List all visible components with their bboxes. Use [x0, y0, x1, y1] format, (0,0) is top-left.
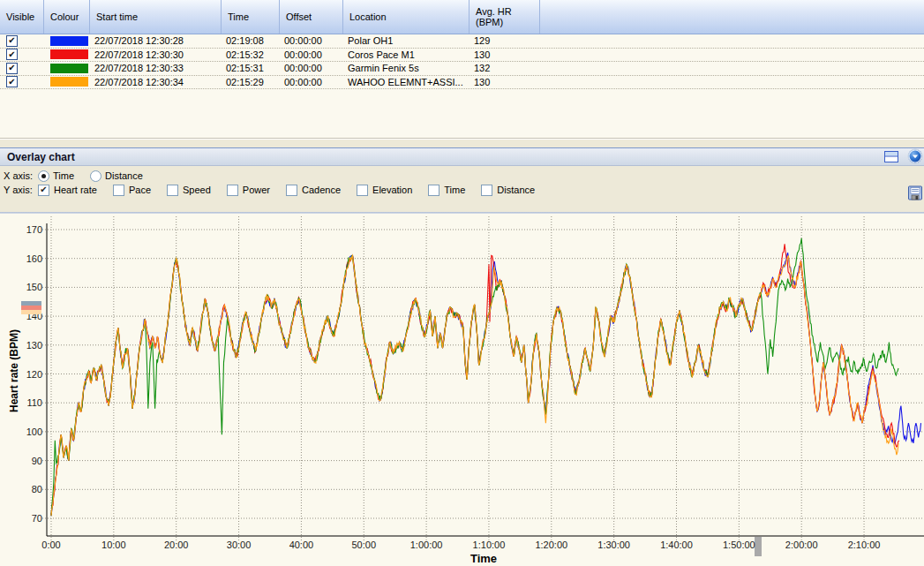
x-tick-label: 30:00: [227, 540, 252, 550]
cell-offset: 00:00:00: [280, 63, 343, 73]
x-tick-label: 1:00:00: [410, 540, 443, 550]
y-tick-label: 110: [18, 397, 42, 408]
x-tick-label: 1:20:00: [535, 540, 567, 550]
table-row[interactable]: ✔22/07/2018 12:30:3302:15:3100:00:00Garm…: [0, 62, 924, 76]
cell-time: 02:15:32: [222, 49, 280, 60]
column-header-time[interactable]: Time: [222, 0, 280, 34]
cell-start_time: 22/07/2018 12:30:33: [90, 63, 222, 73]
y-axis-power-checkbox[interactable]: [227, 185, 238, 196]
table-row[interactable]: ✔22/07/2018 12:30:2802:19:0800:00:00Pola…: [0, 34, 924, 49]
overlay-chart-title: Overlay chart: [7, 151, 75, 163]
table-body: ✔22/07/2018 12:30:2802:19:0800:00:00Pola…: [0, 34, 924, 89]
series-line-coros-pace-m1: [51, 244, 899, 515]
x-tick-label: 1:10:00: [473, 540, 506, 550]
x-tick-label: 1:30:00: [597, 540, 630, 550]
x-axis-option-label: Time: [53, 170, 74, 181]
x-tick-label: 20:00: [164, 540, 189, 550]
series-line-garmin-fenix-5s: [51, 238, 898, 516]
app-window: VisibleColourStart timeTimeOffsetLocatio…: [0, 0, 924, 566]
cell-start_time: 22/07/2018 12:30:30: [90, 49, 222, 60]
x-tick-label: 2:00:00: [785, 540, 818, 550]
column-header-filler: [540, 0, 924, 34]
column-header-avg_hr[interactable]: Avg. HR (BPM): [470, 0, 540, 34]
y-tick-label: 90: [18, 456, 42, 466]
y-axis-option-label: Power: [243, 185, 270, 195]
cell-time: 02:15:31: [222, 63, 280, 73]
table-row[interactable]: ✔22/07/2018 12:30:3002:15:3200:00:00Coro…: [0, 49, 924, 63]
axis-marker-bar: [21, 310, 41, 314]
axis-scrollbar-thumb[interactable]: [755, 537, 762, 556]
y-axis-pace-checkbox[interactable]: [113, 185, 124, 196]
x-tick-label: 40:00: [289, 540, 314, 550]
overlay-chart-header: Overlay chart: [0, 147, 924, 166]
cell-location: WAHOO ELEMNT+ASSI...: [343, 77, 470, 87]
x-tick-label: 10:00: [101, 540, 126, 550]
y-tick-label: 150: [18, 282, 42, 292]
colour-swatch[interactable]: [50, 64, 88, 73]
y-axis-heart-rate-checkbox[interactable]: ✔: [38, 185, 49, 196]
y-axis-controls: Y axis: ✔Heart ratePaceSpeedPowerCadence…: [4, 184, 547, 196]
column-header-colour[interactable]: Colour: [44, 0, 90, 34]
y-axis-option-label: Distance: [497, 185, 535, 195]
cell-avg_hr: 129: [470, 35, 540, 46]
y-axis-time-checkbox[interactable]: [428, 185, 439, 196]
y-tick-label: 100: [18, 426, 42, 437]
y-axis-label: Y axis:: [4, 185, 34, 195]
column-header-offset[interactable]: Offset: [280, 0, 343, 34]
y-axis-option-label: Pace: [129, 185, 151, 195]
x-axis-title: Time: [470, 552, 497, 565]
table-row[interactable]: ✔22/07/2018 12:30:3402:15:2900:00:00WAHO…: [0, 76, 924, 90]
cell-offset: 00:00:00: [280, 49, 343, 60]
x-axis-time-radio[interactable]: [38, 170, 49, 182]
y-axis-cadence-checkbox[interactable]: [286, 185, 297, 196]
cell-time: 02:19:08: [222, 35, 280, 46]
cell-start_time: 22/07/2018 12:30:34: [90, 77, 222, 87]
section-divider: [0, 138, 924, 140]
x-axis-controls: X axis: TimeDistance: [4, 170, 155, 182]
column-header-visible[interactable]: Visible: [0, 0, 44, 34]
cell-offset: 00:00:00: [280, 35, 343, 46]
row-visible-checkbox[interactable]: ✔: [6, 35, 18, 47]
colour-swatch[interactable]: [50, 49, 88, 59]
cell-start_time: 22/07/2018 12:30:28: [90, 35, 222, 46]
y-tick-label: 170: [18, 224, 42, 235]
device-table: VisibleColourStart timeTimeOffsetLocatio…: [0, 0, 924, 138]
window-layout-icon[interactable]: [884, 151, 899, 165]
cell-location: Garmin Fenix 5s: [343, 63, 470, 73]
y-tick-label: 70: [18, 513, 42, 524]
overlay-chart-area[interactable]: Heart rate (BPM) Time 708090100110120130…: [0, 214, 924, 566]
x-tick-label: 1:40:00: [660, 540, 693, 550]
x-axis-option-label: Distance: [105, 170, 143, 181]
x-tick-label: 50:00: [351, 540, 376, 550]
overlay-chart-plot[interactable]: [0, 214, 924, 566]
y-axis-distance-checkbox[interactable]: [481, 185, 492, 196]
colour-swatch[interactable]: [50, 36, 88, 46]
y-tick-label: 80: [18, 484, 42, 494]
y-tick-label: 160: [18, 253, 42, 264]
colour-swatch[interactable]: [50, 77, 88, 87]
row-visible-checkbox[interactable]: ✔: [6, 49, 18, 60]
row-visible-checkbox[interactable]: ✔: [6, 76, 18, 87]
y-axis-option-label: Time: [444, 185, 465, 195]
y-axis-option-label: Cadence: [302, 185, 341, 195]
cell-location: Polar OH1: [343, 35, 470, 46]
column-header-start_time[interactable]: Start time: [90, 0, 222, 34]
x-axis-distance-radio[interactable]: [90, 170, 101, 182]
cell-avg_hr: 130: [470, 77, 540, 87]
y-axis-option-label: Elevation: [372, 185, 412, 195]
y-axis-elevation-checkbox[interactable]: [357, 185, 368, 196]
y-axis-option-label: Heart rate: [54, 185, 97, 195]
cell-avg_hr: 132: [470, 63, 540, 73]
save-chart-button[interactable]: [908, 185, 922, 202]
column-header-location[interactable]: Location: [343, 0, 470, 34]
cell-time: 02:15:29: [222, 77, 280, 87]
x-axis-label: X axis:: [4, 170, 34, 181]
table-header-row: VisibleColourStart timeTimeOffsetLocatio…: [0, 0, 924, 34]
y-axis-speed-checkbox[interactable]: [167, 185, 178, 196]
collapse-panel-button[interactable]: [907, 148, 923, 166]
cell-location: Coros Pace M1: [343, 49, 470, 60]
x-tick-label: 2:10:00: [848, 540, 881, 550]
y-tick-label: 120: [18, 369, 42, 380]
y-tick-label: 130: [18, 340, 42, 351]
row-visible-checkbox[interactable]: ✔: [6, 63, 18, 74]
